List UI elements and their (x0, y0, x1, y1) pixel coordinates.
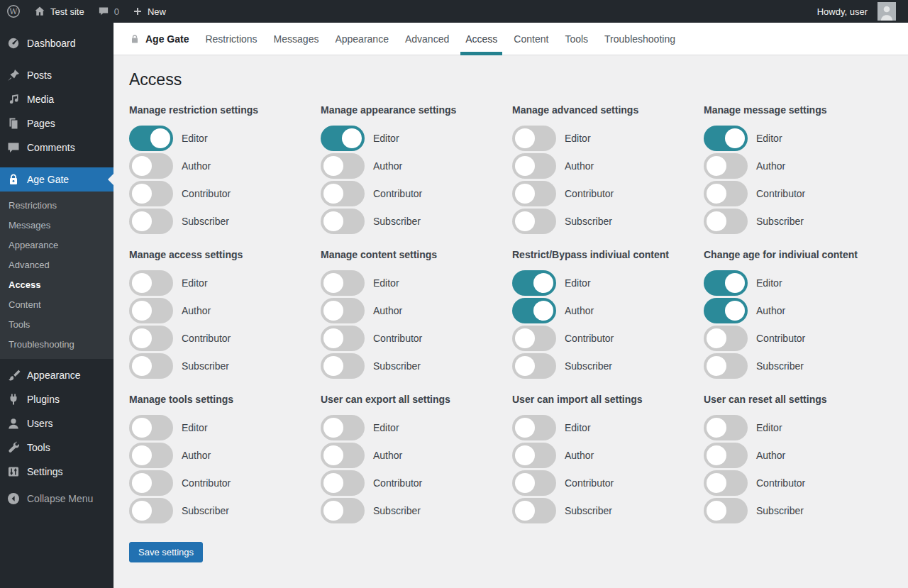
toggle-contributor[interactable] (321, 181, 365, 206)
tab-access[interactable]: Access (465, 23, 497, 55)
toggle-contributor[interactable] (129, 181, 173, 206)
toggle-row: Editor (321, 126, 512, 151)
toggle-contributor[interactable] (129, 470, 173, 496)
toggle-label: Author (756, 450, 785, 461)
toggle-knob (323, 501, 343, 521)
toggle-subscriber[interactable] (704, 498, 748, 523)
tab-troubleshooting[interactable]: Troubleshooting (604, 23, 675, 55)
toggle-row: Author (512, 298, 704, 323)
toggle-editor[interactable] (512, 270, 556, 296)
tab-appearance[interactable]: Appearance (335, 23, 389, 55)
toggle-label: Contributor (182, 477, 231, 489)
toggle-editor[interactable] (129, 270, 173, 296)
toggle-editor[interactable] (129, 126, 173, 151)
collapse-menu-button[interactable]: Collapse Menu (0, 487, 114, 511)
toggle-author[interactable] (512, 443, 556, 468)
toggle-contributor[interactable] (512, 470, 556, 496)
wordpress-logo[interactable]: W (0, 0, 27, 23)
toggle-knob (323, 445, 343, 465)
toggle-subscriber[interactable] (512, 209, 556, 234)
toggle-author[interactable] (704, 298, 748, 323)
sidebar-item-age-gate[interactable]: Age Gate (0, 167, 114, 192)
tab-advanced[interactable]: Advanced (405, 23, 449, 55)
toggle-row: Subscriber (512, 353, 704, 379)
dashboard-icon (6, 36, 21, 50)
toggle-author[interactable] (704, 443, 748, 468)
tab-restrictions[interactable]: Restrictions (205, 23, 257, 55)
tab-content[interactable]: Content (514, 23, 548, 55)
toggle-label: Author (182, 450, 211, 461)
sidebar-item-posts[interactable]: Posts (0, 63, 114, 87)
toggle-subscriber[interactable] (704, 353, 748, 379)
sidebar-item-settings[interactable]: Settings (0, 460, 114, 484)
toggle-author[interactable] (704, 153, 748, 179)
toggle-author[interactable] (321, 153, 365, 179)
sidebar-item-users[interactable]: Users (0, 411, 114, 436)
menu-separator (0, 55, 114, 63)
sidebar-item-pages[interactable]: Pages (0, 111, 114, 135)
toggle-subscriber[interactable] (129, 498, 173, 523)
submenu-item-appearance[interactable]: Appearance (0, 235, 114, 255)
toggle-contributor[interactable] (704, 470, 748, 496)
submenu-item-access[interactable]: Access (0, 275, 114, 295)
toggle-subscriber[interactable] (321, 209, 365, 234)
sidebar-item-plugins[interactable]: Plugins (0, 387, 114, 411)
toggle-contributor[interactable] (704, 326, 748, 351)
sidebar-item-dashboard[interactable]: Dashboard (0, 31, 114, 55)
toggle-subscriber[interactable] (512, 498, 556, 523)
toggle-editor[interactable] (512, 415, 556, 440)
toggle-author[interactable] (321, 443, 365, 468)
sidebar-item-label: Plugins (27, 394, 60, 405)
submenu-item-troubleshooting[interactable]: Troubleshooting (0, 335, 114, 355)
toggle-author[interactable] (512, 153, 556, 179)
new-menu[interactable]: New (126, 0, 172, 23)
toggle-author[interactable] (321, 298, 365, 323)
toggle-row: Editor (129, 126, 321, 151)
toggle-contributor[interactable] (704, 181, 748, 206)
toggle-editor[interactable] (704, 270, 748, 296)
sidebar-item-media[interactable]: Media (0, 87, 114, 111)
tab-messages[interactable]: Messages (274, 23, 319, 55)
submenu-item-messages[interactable]: Messages (0, 216, 114, 235)
toggle-row: Subscriber (321, 498, 512, 523)
group-title: Change age for indiviual content (704, 249, 895, 260)
toggle-author[interactable] (129, 153, 173, 179)
tab-tools[interactable]: Tools (565, 23, 588, 55)
toggle-editor[interactable] (321, 126, 365, 151)
sidebar-item-comments[interactable]: Comments (0, 135, 114, 160)
toggle-contributor[interactable] (321, 470, 365, 496)
toggle-row: Contributor (512, 326, 704, 351)
toggle-subscriber[interactable] (321, 498, 365, 523)
toggle-editor[interactable] (129, 415, 173, 440)
comments-menu[interactable]: 0 (91, 0, 126, 23)
toggle-subscriber[interactable] (129, 209, 173, 234)
toggle-author[interactable] (129, 443, 173, 468)
toggle-label: Author (373, 305, 402, 316)
toggle-subscriber[interactable] (512, 353, 556, 379)
admin-sidebar: Dashboard Posts Media Pages (0, 23, 114, 588)
toggle-contributor[interactable] (129, 326, 173, 351)
toggle-author[interactable] (129, 298, 173, 323)
site-name-menu[interactable]: Test site (27, 0, 91, 23)
howdy-menu[interactable]: Howdy, user (811, 0, 902, 23)
toggle-editor[interactable] (512, 126, 556, 151)
sidebar-item-tools[interactable]: Tools (0, 436, 114, 460)
toggle-contributor[interactable] (512, 181, 556, 206)
submenu-item-advanced[interactable]: Advanced (0, 255, 114, 275)
toggle-subscriber[interactable] (321, 353, 365, 379)
save-settings-button[interactable]: Save settings (129, 542, 203, 562)
submenu-item-restrictions[interactable]: Restrictions (0, 196, 114, 216)
toggle-contributor[interactable] (512, 326, 556, 351)
toggle-author[interactable] (512, 298, 556, 323)
toggle-subscriber[interactable] (129, 353, 173, 379)
toggle-row: Contributor (321, 181, 512, 206)
toggle-editor[interactable] (704, 126, 748, 151)
toggle-editor[interactable] (321, 270, 365, 296)
toggle-contributor[interactable] (321, 326, 365, 351)
toggle-editor[interactable] (704, 415, 748, 440)
toggle-subscriber[interactable] (704, 209, 748, 234)
toggle-editor[interactable] (321, 415, 365, 440)
submenu-item-tools[interactable]: Tools (0, 315, 114, 335)
submenu-item-content[interactable]: Content (0, 295, 114, 315)
sidebar-item-appearance[interactable]: Appearance (0, 363, 114, 387)
